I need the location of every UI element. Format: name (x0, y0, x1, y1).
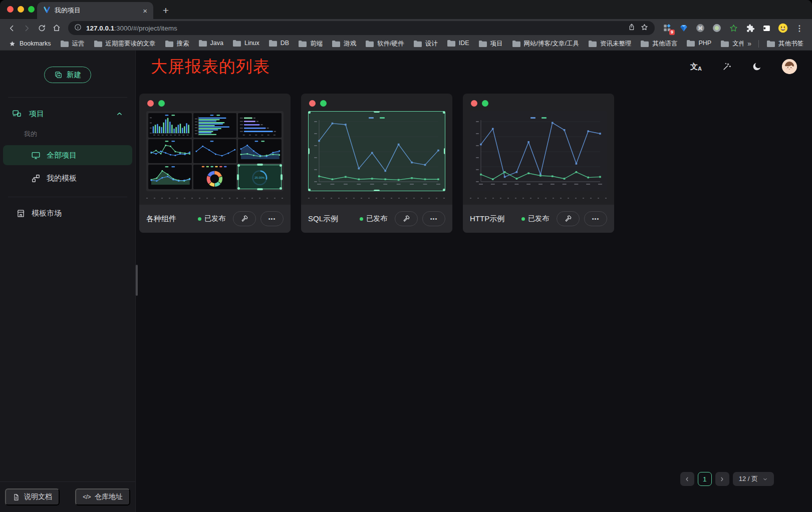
profile-avatar-icon[interactable] (777, 23, 788, 34)
edit-build-button[interactable] (395, 211, 418, 226)
magic-wand-icon[interactable] (722, 62, 732, 72)
card-window-dots (301, 94, 452, 107)
code-tag-icon: </> (83, 493, 91, 500)
bookmark-item[interactable]: Java (194, 40, 228, 47)
bookmark-item[interactable]: 近期需要读的文章 (89, 40, 160, 48)
project-card[interactable]: HTTP示例 已发布 ••• (463, 94, 614, 233)
scrollbar-thumb[interactable] (136, 265, 138, 296)
bookmarks-root-item[interactable]: Bookmarks (4, 37, 56, 50)
extension-command-icon[interactable]: ⌘ (695, 23, 706, 34)
selection-handle[interactable] (237, 174, 239, 180)
bookmark-item[interactable]: 其他语言 (636, 40, 682, 48)
folder-icon (413, 40, 422, 47)
extension-grid-icon[interactable]: 9 (662, 23, 673, 34)
dark-mode-moon-icon[interactable] (752, 62, 762, 72)
selection-handle[interactable] (280, 164, 282, 167)
bookmark-item[interactable]: 游戏 (327, 40, 361, 48)
selection-handle[interactable] (308, 148, 310, 154)
extension-panel-icon[interactable] (761, 23, 772, 34)
page-title: 大屏报表的列表 (151, 56, 270, 78)
sidebar-section-projects[interactable]: 项目 (0, 103, 135, 125)
storefront-icon (16, 209, 26, 218)
more-dots-icon: ••• (592, 216, 600, 222)
browser-window: 我的项目 × + 127.0.0.1:3000/#/project/items (0, 0, 812, 512)
address-bar[interactable]: 127.0.0.1:3000/#/project/items (68, 21, 655, 35)
share-icon[interactable] (628, 23, 636, 33)
selection-handle[interactable] (257, 164, 263, 166)
bookmark-item[interactable]: DB (264, 40, 294, 47)
more-options-button[interactable]: ••• (260, 211, 284, 226)
project-card[interactable]: SQL示例 已发布 ••• (301, 94, 452, 233)
browser-tab[interactable]: 我的项目 × (37, 2, 153, 19)
extension-record-icon[interactable] (711, 23, 722, 34)
reload-button[interactable] (34, 21, 49, 36)
new-tab-button[interactable]: + (158, 3, 173, 18)
project-title: HTTP示例 (470, 214, 517, 224)
chevron-up-icon[interactable] (116, 110, 123, 118)
user-avatar[interactable] (782, 59, 797, 74)
edit-build-button[interactable] (557, 211, 580, 226)
bookmark-item[interactable]: 前端 (294, 40, 327, 48)
sidebar-item-my-templates[interactable]: 我的模板 (3, 168, 132, 188)
translate-icon[interactable]: 文A (690, 62, 702, 72)
bookmark-item[interactable]: PHP (682, 40, 716, 47)
selection-handle[interactable] (308, 111, 311, 114)
minimize-window-button[interactable] (18, 6, 24, 13)
current-page-button[interactable]: 1 (698, 472, 712, 486)
more-options-button[interactable]: ••• (422, 211, 445, 226)
project-thumbnail[interactable] (308, 111, 445, 191)
document-icon (13, 493, 20, 501)
site-info-icon[interactable] (74, 24, 82, 33)
bookmark-item[interactable]: 资讯未整理 (584, 40, 636, 48)
selection-handle[interactable] (444, 148, 445, 154)
edit-build-button[interactable] (233, 211, 256, 226)
mini-chart (193, 165, 237, 189)
tab-close-icon[interactable]: × (143, 7, 147, 15)
selection-handle[interactable] (257, 188, 263, 190)
selection-handle[interactable] (280, 187, 282, 190)
selection-handle[interactable] (374, 111, 380, 113)
browser-menu-icon[interactable]: ⋮ (794, 23, 805, 34)
bookmark-star-icon[interactable] (640, 23, 649, 34)
selection-handle[interactable] (281, 174, 283, 180)
bookmark-item[interactable]: 网站/博客/文章/工具 (507, 40, 584, 48)
project-thumbnail[interactable]: 25.00% (146, 111, 284, 191)
bookmark-item[interactable]: IDE (442, 40, 474, 47)
content-area: 25.00% 各种组件 已发布 (136, 83, 812, 512)
prev-page-button[interactable] (680, 472, 694, 486)
bookmark-item[interactable]: 软件/硬件 (361, 40, 408, 48)
bookmark-item[interactable]: Linux (228, 40, 264, 47)
extension-star-icon[interactable] (728, 23, 739, 34)
repo-button[interactable]: </> 仓库地址 (75, 488, 130, 505)
selection-handle[interactable] (237, 187, 240, 190)
selection-handle[interactable] (308, 189, 311, 191)
bookmark-item[interactable]: 运营 (56, 40, 89, 48)
bookmark-item[interactable]: 设计 (409, 40, 442, 48)
selection-handle[interactable] (374, 190, 380, 191)
sidebar-item-all-projects[interactable]: 全部项目 (3, 145, 132, 165)
project-thumbnail[interactable] (470, 111, 607, 191)
home-button[interactable] (49, 21, 64, 36)
close-window-button[interactable] (7, 6, 14, 13)
bookmark-item[interactable]: 搜索 (160, 40, 194, 48)
bookmarks-overflow-icon[interactable]: » (743, 40, 755, 48)
red-dot-icon (147, 100, 154, 107)
bookmark-item[interactable]: 文件服务器 (716, 40, 743, 48)
extensions-puzzle-icon[interactable] (744, 23, 755, 34)
new-project-button[interactable]: 新建 (44, 67, 91, 83)
more-options-button[interactable]: ••• (584, 211, 607, 226)
selection-handle[interactable] (443, 189, 445, 191)
zoom-window-button[interactable] (28, 6, 35, 13)
project-card[interactable]: 25.00% 各种组件 已发布 (139, 94, 291, 233)
next-page-button[interactable] (715, 472, 729, 486)
docs-button[interactable]: 说明文档 (5, 488, 60, 505)
red-dot-icon (471, 100, 477, 107)
bookmark-item[interactable]: 项目 (474, 40, 507, 48)
sidebar-item-template-market[interactable]: 模板市场 (3, 203, 132, 223)
other-bookmarks-item[interactable]: 其他书签 (762, 37, 808, 50)
forward-button[interactable] (19, 21, 34, 36)
back-button[interactable] (4, 21, 19, 36)
selection-handle[interactable] (443, 111, 445, 114)
extension-gem-icon[interactable] (678, 23, 689, 34)
page-size-select[interactable]: 12 / 页 (733, 472, 774, 486)
